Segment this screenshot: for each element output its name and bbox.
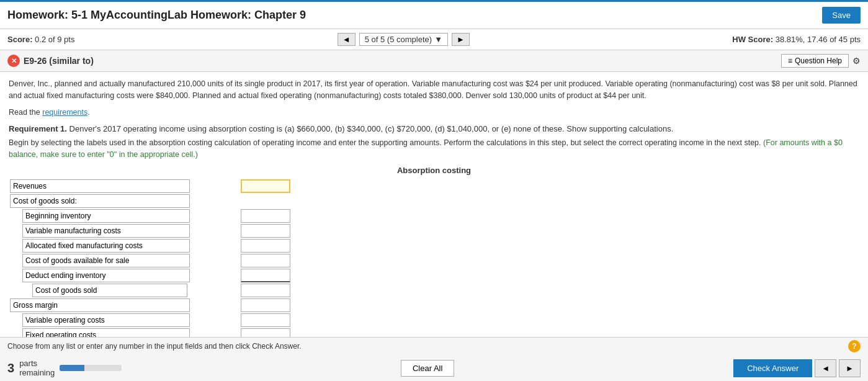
beginning-inventory-label-input[interactable]	[22, 209, 190, 223]
table-row	[9, 298, 306, 313]
gross-margin-value-input[interactable]	[241, 298, 290, 312]
table-row	[9, 194, 306, 208]
table-row	[9, 238, 306, 253]
table-row	[9, 313, 306, 328]
right-actions: Check Answer ◄ ►	[733, 359, 861, 377]
score-bar: Score: 0.2 of 9 pts ◄ 5 of 5 (5 complete…	[0, 29, 868, 50]
absorption-costing-title: Absorption costing	[9, 166, 859, 175]
revenues-value-input[interactable]	[241, 179, 290, 193]
table-row	[9, 179, 306, 194]
table-row	[9, 268, 306, 283]
main-content: Denver, Inc., planned and actually manuf…	[0, 72, 868, 339]
help-circle-button[interactable]: ?	[848, 340, 861, 352]
table-row	[9, 283, 306, 298]
parts-remaining-block: 3 parts remaining	[7, 359, 122, 377]
cogs-available-label-input[interactable]	[22, 254, 190, 267]
question-icon: ✕	[7, 55, 20, 67]
page-header: Homework: 5-1 MyAccountingLab Homework: …	[0, 0, 868, 29]
deduct-ending-inventory-label-input[interactable]	[22, 269, 190, 282]
next-question-button[interactable]: ►	[452, 33, 470, 46]
hw-score-info: HW Score: 38.81%, 17.46 of 45 pts	[732, 35, 861, 44]
variable-operating-costs-value-input[interactable]	[241, 313, 290, 327]
requirements-link[interactable]: requirements	[42, 108, 87, 117]
question-nav-info: 5 of 5 (5 complete)	[365, 35, 432, 44]
cogs-total-label-input[interactable]	[32, 284, 187, 297]
prev-nav-button[interactable]: ◄	[815, 359, 836, 377]
score-info: Score: 0.2 of 9 pts	[7, 35, 74, 44]
deduct-ending-inventory-value-input[interactable]	[241, 269, 290, 282]
question-id-text: E9-26 (similar to)	[24, 56, 94, 66]
cogs-label-input[interactable]	[10, 194, 190, 208]
variable-operating-costs-label-input[interactable]	[22, 313, 190, 327]
progress-bar-fill	[60, 365, 84, 371]
bottom-instruction-row: Choose from any list or enter any number…	[0, 338, 868, 355]
bottom-bar: Choose from any list or enter any number…	[0, 337, 868, 381]
hw-score-value: 38.81%, 17.46 of 45 pts	[776, 35, 861, 44]
progress-bar	[60, 365, 122, 371]
parts-number: 3	[7, 361, 14, 375]
instruction-text: Begin by selecting the labels used in th…	[9, 137, 859, 161]
read-requirements: Read the requirements.	[9, 107, 859, 119]
question-tools: ≡ Question Help ⚙	[781, 54, 861, 68]
score-value: 0.2 of 9 pts	[35, 35, 74, 44]
dropdown-arrow: ▼	[434, 35, 442, 44]
prev-question-button[interactable]: ◄	[338, 33, 356, 46]
beginning-inventory-value-input[interactable]	[241, 209, 290, 223]
gross-margin-label-input[interactable]	[10, 298, 190, 312]
table-row	[9, 223, 306, 238]
instruction-text-bottom: Choose from any list or enter any number…	[7, 342, 302, 351]
question-selector[interactable]: 5 of 5 (5 complete) ▼	[359, 33, 448, 46]
bottom-actions-row: 3 parts remaining Clear All Check Answer…	[0, 355, 868, 381]
revenues-label-input[interactable]	[10, 179, 190, 193]
page-title: Homework: 5-1 MyAccountingLab Homework: …	[7, 9, 306, 22]
question-id-block: ✕ E9-26 (similar to)	[7, 55, 94, 67]
help-label: Question Help	[795, 56, 842, 65]
next-nav-button[interactable]: ►	[839, 359, 861, 377]
question-header: ✕ E9-26 (similar to) ≡ Question Help ⚙	[0, 50, 868, 72]
check-answer-button[interactable]: Check Answer	[733, 359, 812, 377]
score-label: Score:	[7, 35, 32, 44]
navigation: ◄ 5 of 5 (5 complete) ▼ ►	[338, 33, 470, 46]
table-row	[9, 253, 306, 268]
table-row	[9, 208, 306, 223]
absorption-costing-table	[9, 179, 306, 339]
variable-mfg-costs-value-input[interactable]	[241, 224, 290, 238]
question-help-button[interactable]: ≡ Question Help	[781, 54, 849, 68]
problem-text: Denver, Inc., planned and actually manuf…	[9, 78, 859, 102]
hw-score-label: HW Score:	[732, 35, 773, 44]
allocated-fixed-mfg-value-input[interactable]	[241, 239, 290, 253]
save-button[interactable]: Save	[822, 7, 861, 24]
settings-icon[interactable]: ⚙	[852, 56, 861, 66]
help-list-icon: ≡	[788, 56, 792, 65]
cogs-total-value-input[interactable]	[241, 284, 290, 297]
clear-all-button[interactable]: Clear All	[401, 360, 454, 377]
parts-label: parts remaining	[19, 359, 55, 377]
allocated-fixed-mfg-label-input[interactable]	[22, 239, 190, 253]
absorption-costing-section: Absorption costing	[9, 166, 859, 339]
cogs-available-value-input[interactable]	[241, 254, 290, 267]
requirement-heading: Requirement 1. Denver's 2017 operating i…	[9, 124, 859, 133]
variable-mfg-costs-label-input[interactable]	[22, 224, 190, 238]
